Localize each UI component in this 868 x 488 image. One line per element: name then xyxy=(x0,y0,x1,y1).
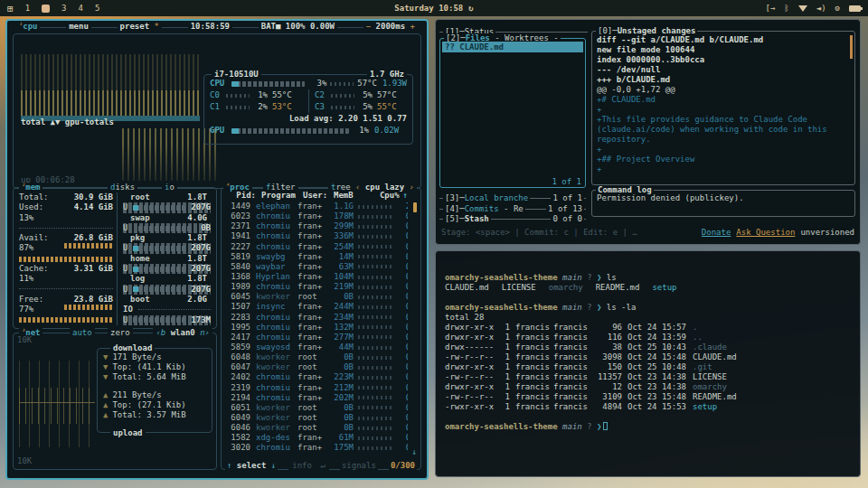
update-interval-control[interactable]: − 2000ms + xyxy=(363,22,418,33)
diff-scrollbar-thumb[interactable] xyxy=(850,35,853,59)
cpu-panel: total ▲▼ gpu-totals up 00:06:28 i7-10510… xyxy=(13,33,421,189)
disk-row: pkg1.8T xyxy=(123,233,211,243)
process-row[interactable]: 1995 chromiu fran+ 132M 0.0 xyxy=(227,323,408,333)
cpu-total-row: CPU 3% 57°C 1.93W xyxy=(210,78,407,89)
file-listing-row: -rw-r--r-- 1 francis francis 3109 Oct 23… xyxy=(445,392,853,402)
lazygit-files-panel[interactable]: [2]─Files - Worktrees - ?? CLAUDE.md 1 o… xyxy=(439,38,586,188)
proc-footer: ↑ select ↓ info ↵ signals 0/300 xyxy=(225,461,417,470)
donate-link[interactable]: Donate xyxy=(702,228,731,237)
process-row[interactable]: 6046 kworker root 0B 0.0 xyxy=(227,423,408,433)
file-listing-row: -rw-r--r-- 1 francis francis 3098 Oct 24… xyxy=(445,352,853,362)
lazygit-stash-section[interactable]: [5]─Stash 0 of 0 xyxy=(439,214,586,224)
disk-row: U207G xyxy=(123,202,211,212)
btop-preset-button[interactable]: preset * xyxy=(118,22,162,33)
process-panel: ⁴proc filter tree ‹ cpu lazy › Pid: Prog… xyxy=(221,187,421,470)
disk-row: U0B xyxy=(123,223,211,233)
gpu-row: GPU 1% 0.02W xyxy=(210,125,407,136)
net-interface-switcher[interactable]: ‹b wlan0 n› xyxy=(153,328,212,337)
ask-question-link[interactable]: Ask Question xyxy=(736,228,795,237)
proc-scroll-down-icon[interactable]: ↓ xyxy=(412,447,417,456)
version-label: unversioned xyxy=(800,228,854,237)
btop-clock: 10:58:59 xyxy=(188,22,232,33)
process-row[interactable]: 2371 chromiu fran+ 299M 0.0 xyxy=(227,221,408,231)
disk-row: U207G xyxy=(123,243,211,253)
bluetooth-icon[interactable]: ᛒ xyxy=(784,0,788,16)
download-stats: ▼171 Byte/s▼Top: (41.1 Kib)▼Total: 5.64 … xyxy=(103,352,208,382)
gpu-usage-graph xyxy=(122,128,216,181)
clock: Saturday 10:58 xyxy=(394,4,463,13)
logout-icon[interactable]: [→ xyxy=(765,0,775,16)
terminal-cursor xyxy=(603,422,608,430)
top-bar: ⊞ 1 3 4 5 Saturday 10:58 ↻ [→ ᛒ ◄) ⚙ xyxy=(0,0,868,16)
process-row[interactable]: 5859 swayosd fran+ 44M 0.0 xyxy=(227,343,408,352)
process-row[interactable]: 2319 chromiu fran+ 212M 0.0 xyxy=(227,383,408,393)
btop-window: ¹cpu menu preset * 10:58:59 BAT■ 100% 0.… xyxy=(5,19,429,480)
lazygit-branches-section[interactable]: [3]─Local branche 1 of 1 xyxy=(439,193,586,203)
keybinding-hints: Stage: <space> | Commit: c | Edit: e | … xyxy=(441,228,637,237)
cpu-info-box: i7-10510U 1.7 GHz CPU 3% 57°C 1.93W xyxy=(203,74,413,145)
prompt-line-2: omarchy-seashells-theme main ? ❯ ls -la xyxy=(445,303,853,313)
cpu-usage-graph xyxy=(21,54,200,123)
process-table-header[interactable]: Pid: Program User: MemB Cpu% ↑ xyxy=(227,191,408,200)
tab-io[interactable]: io xyxy=(162,183,177,192)
volume-icon[interactable]: ◄) xyxy=(816,0,826,16)
diff-content: diff --git a/CLAUDE.md b/CLAUDE.mdnew fi… xyxy=(597,35,847,183)
file-listing-row: drwxr-xr-x 1 francis francis 150 Oct 25 … xyxy=(445,362,853,372)
wifi-icon[interactable] xyxy=(798,5,807,12)
process-row[interactable]: 1449 elephan fran+ 1.1G 2.3 xyxy=(227,202,408,211)
cpu-core-row-2: C1 2% 53°C C3 5% 55°C xyxy=(210,101,407,113)
avail-meter xyxy=(19,257,113,262)
network-traffic-graph xyxy=(19,361,95,447)
process-row[interactable]: 6049 kworker root 0B 0.0 xyxy=(227,413,408,423)
network-panel: ³net auto zero ‹b wlan0 n› 10K 10K downl… xyxy=(13,333,217,470)
file-listing-row: -rwxr-xr-x 1 francis francis 4894 Oct 24… xyxy=(445,402,853,412)
mem-title: ²mem xyxy=(19,183,42,192)
process-row[interactable]: 2402 chromiu fran+ 223M 0.0 xyxy=(227,372,408,382)
net-auto-toggle[interactable]: auto xyxy=(70,328,95,337)
process-row[interactable]: 2194 chromiu fran+ 202M 0.0 xyxy=(227,393,408,403)
process-row[interactable]: 1507 insync fran+ 244M 0.0 xyxy=(227,302,408,312)
cpu-graph-mode-label[interactable]: total ▲▼ gpu-totals xyxy=(21,117,200,127)
disk-row: home1.8T xyxy=(123,254,211,264)
terminal-window[interactable]: omarchy-seashells-theme main ? ❯ ls CLAU… xyxy=(435,250,861,477)
process-row[interactable]: 1582 xdg-des fran+ 61M 0.0 xyxy=(227,433,408,443)
tab-disks[interactable]: disks xyxy=(108,183,137,192)
process-row[interactable]: 5840 waybar fran+ 63M 0.0 xyxy=(227,262,408,272)
process-row[interactable]: 6047 kworker root 0B 0.0 xyxy=(227,362,408,372)
process-row[interactable]: 3020 chromiu fran+ 175M 0.0 xyxy=(227,443,408,453)
net-zero-toggle[interactable]: zero xyxy=(108,328,133,337)
total-line: total 28 xyxy=(445,313,853,323)
memory-stats: Total:30.9 GiB Used:4.14 GiB 13% Avail:2… xyxy=(19,192,113,323)
btop-menu-button[interactable]: menu xyxy=(66,22,91,33)
lazygit-commits-section[interactable]: [4]─Commits - Re 1 of 13 xyxy=(439,204,586,214)
file-listing-row: drwxr-xr-x 1 francis francis 12 Oct 23 1… xyxy=(445,382,853,392)
ls-la-listing: drwxr-xr-x 1 francis francis 96 Oct 24 1… xyxy=(445,323,853,412)
process-row[interactable]: 2417 chromiu fran+ 277M 0.0 xyxy=(227,333,408,343)
process-row[interactable]: 5819 swaybg fran+ 14M 0.0 xyxy=(227,252,408,262)
process-row[interactable]: 6045 kworker root 0B 0.0 xyxy=(227,292,408,302)
selected-file-entry[interactable]: ?? CLAUDE.md xyxy=(442,42,583,52)
files-count: 1 of 1 xyxy=(552,177,581,186)
command-ls: ls xyxy=(607,273,617,283)
settings-gear-icon[interactable]: ⚙ xyxy=(835,0,840,16)
process-row[interactable]: 6051 kworker root 0B 0.0 xyxy=(227,403,408,413)
process-row[interactable]: 1941 chromiu fran+ 336M 0.0 xyxy=(227,231,408,241)
process-row[interactable]: 6023 chromiu fran+ 178M 0.0 xyxy=(227,211,408,221)
process-row[interactable]: 2283 chromiu fran+ 234M 0.0 xyxy=(227,313,408,323)
battery-icon[interactable] xyxy=(849,5,861,12)
free-meter xyxy=(19,317,113,323)
ls-output: CLAUDE.mdLICENSEomarchyREADME.mdsetup xyxy=(445,283,853,293)
process-row[interactable]: 2227 chromiu fran+ 254M 0.0 xyxy=(227,242,408,252)
proc-scrollbar-thumb[interactable] xyxy=(413,202,417,212)
unstaged-changes-panel[interactable]: [0]─Unstaged changes diff --git a/CLAUDE… xyxy=(591,31,855,185)
command-ls-la: ls -la xyxy=(607,303,637,313)
process-row[interactable]: 1368 Hyprlan fran+ 104M 0.5 xyxy=(227,272,408,282)
update-refresh-icon[interactable]: ↻ xyxy=(468,0,473,16)
process-row[interactable]: 6048 kworker root 0B 0.0 xyxy=(227,352,408,362)
process-row[interactable]: 1989 chromiu fran+ 219M 0.1 xyxy=(227,282,408,292)
disks-list: root1.8T U207G swap4.0G U0B xyxy=(117,192,211,325)
memory-panel: ²mem disks io Total:30.9 GiB Used:4.14 G… xyxy=(13,187,217,329)
upload-label: upload xyxy=(110,428,146,437)
disk-row: IO xyxy=(123,305,211,314)
prompt-line-active[interactable]: omarchy-seashells-theme main ? ❯ xyxy=(445,422,853,432)
